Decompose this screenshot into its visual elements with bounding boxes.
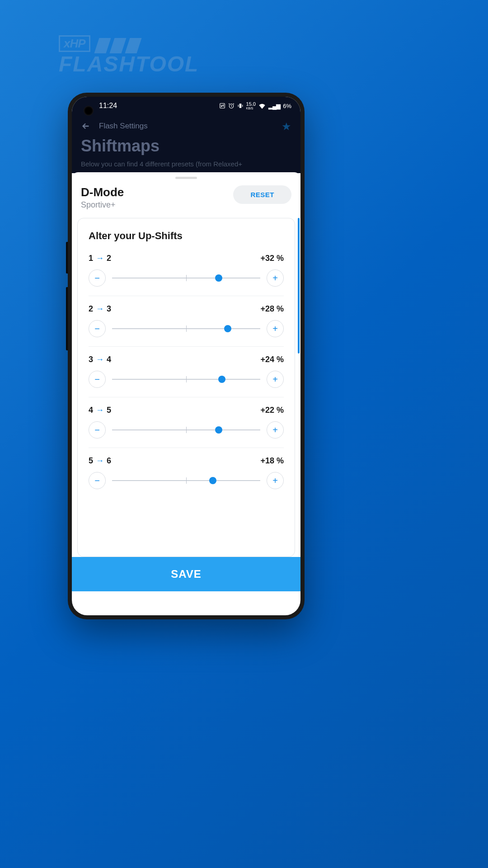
shift-to: 2 <box>107 254 111 263</box>
increment-button[interactable]: + <box>267 269 284 287</box>
bottom-sheet: D-Mode Sportive+ RESET Alter your Up-Shi… <box>72 172 300 591</box>
favorite-icon[interactable]: ★ <box>282 120 291 133</box>
scroll-indicator[interactable] <box>298 218 300 354</box>
battery-percent: 6% <box>283 103 291 109</box>
shift-row: 5 → 6 +18 % − + <box>89 456 284 491</box>
shift-value: +32 % <box>260 254 284 263</box>
decrement-button[interactable]: − <box>89 472 106 489</box>
signal-icon: ▂▄▆ <box>268 103 280 109</box>
shift-row: 1 → 2 +32 % − + <box>89 254 284 296</box>
shift-slider[interactable] <box>112 425 260 435</box>
arrow-right-icon: → <box>96 254 104 263</box>
phone-side-button <box>66 287 68 350</box>
page-title: Shiftmaps <box>81 137 291 156</box>
shift-row: 3 → 4 +24 % − + <box>89 355 284 397</box>
decrement-button[interactable]: − <box>89 371 106 388</box>
brand-name: FLASHTOOL <box>59 52 199 76</box>
wifi-icon <box>258 103 266 109</box>
increment-button[interactable]: + <box>267 472 284 489</box>
scroll-area[interactable]: Alter your Up-Shifts 1 → 2 +32 % − + 2 →… <box>72 218 300 557</box>
shift-to: 4 <box>107 355 111 364</box>
nfc-icon <box>219 103 225 109</box>
page-description: Below you can find 4 different presets (… <box>81 159 291 169</box>
decrement-button[interactable]: − <box>89 320 106 337</box>
shift-value: +24 % <box>260 355 284 364</box>
arrow-right-icon: → <box>96 355 104 364</box>
camera-cutout <box>84 106 94 116</box>
shift-row: 4 → 5 +22 % − + <box>89 406 284 448</box>
network-speed: 15.0 KB/S <box>246 102 256 110</box>
shift-from: 1 <box>89 254 93 263</box>
shift-from: 5 <box>89 456 93 466</box>
nav-title: Flash Settings <box>99 122 148 131</box>
save-button[interactable]: SAVE <box>72 557 300 591</box>
phone-side-button <box>66 242 68 274</box>
sheet-grabber[interactable] <box>175 177 197 179</box>
mode-subtitle: Sportive+ <box>81 200 124 210</box>
decrement-button[interactable]: − <box>89 269 106 287</box>
arrow-right-icon: → <box>96 406 104 415</box>
app-header: Flash Settings ★ Shiftmaps Below you can… <box>72 115 300 173</box>
shift-value: +22 % <box>260 406 284 415</box>
arrow-right-icon: → <box>96 456 104 466</box>
decrement-button[interactable]: − <box>89 421 106 439</box>
increment-button[interactable]: + <box>267 371 284 388</box>
brand-logo: xHP FLASHTOOL <box>59 35 199 76</box>
shift-to: 3 <box>107 304 111 314</box>
alarm-icon <box>228 103 235 109</box>
back-icon[interactable] <box>81 121 91 131</box>
card-title: Alter your Up-Shifts <box>89 230 284 242</box>
shift-from: 3 <box>89 355 93 364</box>
reset-button[interactable]: RESET <box>233 185 291 204</box>
shift-slider[interactable] <box>112 323 260 334</box>
shift-value: +28 % <box>260 304 284 314</box>
status-bar: 11:24 15.0 KB/S ▂▄▆ 6% <box>72 97 300 115</box>
brand-badge: xHP <box>59 35 90 52</box>
increment-button[interactable]: + <box>267 320 284 337</box>
shift-row: 2 → 3 +28 % − + <box>89 304 284 347</box>
shift-slider[interactable] <box>112 475 260 486</box>
vibrate-icon <box>237 103 244 109</box>
shift-value: +18 % <box>260 456 284 466</box>
shift-from: 2 <box>89 304 93 314</box>
mode-title: D-Mode <box>81 185 124 199</box>
phone-frame: 11:24 15.0 KB/S ▂▄▆ 6% <box>68 93 305 619</box>
svg-rect-2 <box>239 104 241 108</box>
shift-from: 4 <box>89 406 93 415</box>
increment-button[interactable]: + <box>267 421 284 439</box>
arrow-right-icon: → <box>96 304 104 314</box>
shift-slider[interactable] <box>112 273 260 283</box>
shift-slider[interactable] <box>112 374 260 385</box>
brand-stripes-icon <box>97 38 139 53</box>
status-time: 11:24 <box>99 102 117 110</box>
shifts-card: Alter your Up-Shifts 1 → 2 +32 % − + 2 →… <box>77 218 295 557</box>
shift-to: 5 <box>107 406 111 415</box>
shift-to: 6 <box>107 456 111 466</box>
